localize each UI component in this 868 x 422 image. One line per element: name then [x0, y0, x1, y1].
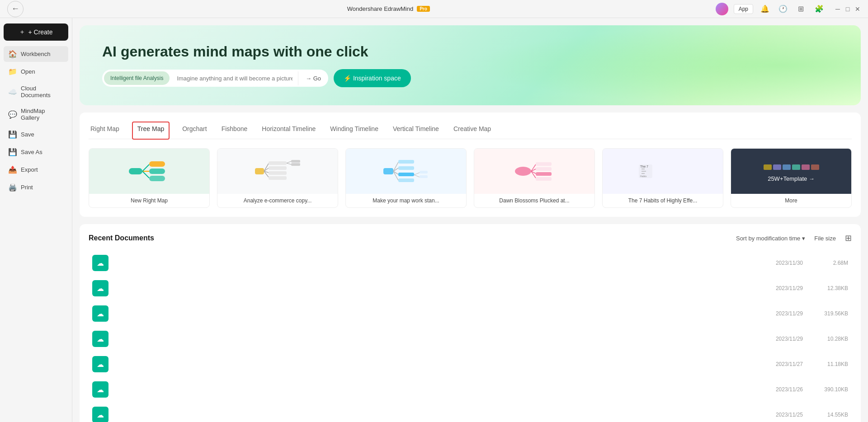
create-button[interactable]: ＋ + Create — [4, 23, 68, 41]
recent-header: Recent Documents Sort by modification ti… — [89, 233, 852, 243]
sort-label: Sort by modification time — [736, 235, 800, 242]
doc-row[interactable]: ☁ 2023/11/29 319.56KB — [89, 301, 852, 326]
doc-date-6: 2023/11/25 — [749, 412, 803, 418]
doc-list: ☁ 2023/11/30 2.68M ☁ 2023/11/29 12.38KB … — [89, 250, 852, 422]
app-button[interactable]: App — [734, 4, 753, 14]
notification-icon[interactable]: 🔔 — [759, 3, 771, 15]
sidebar-item-export[interactable]: 📤 Export — [4, 162, 68, 178]
card-workmap[interactable]: Make your map work stan... — [345, 148, 467, 208]
save-icon: 💾 — [8, 130, 17, 139]
card-img-7habits: The 7 Habits — [603, 149, 723, 194]
card-label-dawnblossoms: Dawn Blossoms Plucked at... — [474, 194, 594, 207]
close-button[interactable]: ✕ — [854, 6, 861, 12]
create-label: + Create — [28, 28, 52, 36]
card-7habits[interactable]: The 7 Habits The 7 Habits of Highly Effe… — [602, 148, 723, 208]
tab-rightmap[interactable]: Right Map — [89, 122, 121, 139]
sidebar-item-saveas[interactable]: 💾 Save As — [4, 144, 68, 160]
card-img-dawnblossoms — [474, 149, 594, 194]
card-label-7habits: The 7 Habits of Highly Effe... — [603, 194, 723, 207]
doc-date-1: 2023/11/29 — [749, 285, 803, 291]
analysis-tag[interactable]: Intelligent file Analysis — [104, 71, 170, 85]
hero-search-input[interactable] — [171, 71, 298, 85]
tab-fishbone[interactable]: Fishbone — [220, 122, 250, 139]
user-avatar[interactable] — [716, 3, 728, 15]
doc-icon-3: ☁ — [92, 331, 108, 347]
doc-size-3: 10.28KB — [803, 336, 848, 342]
back-button[interactable]: ← — [7, 1, 24, 17]
tab-creative[interactable]: Creative Map — [452, 122, 493, 139]
tab-treemap[interactable]: Tree Map — [132, 122, 170, 140]
more-card-content: 25W+Template → — [731, 149, 851, 194]
sidebar-label-open: Open — [21, 68, 35, 75]
doc-size-5: 390.10KB — [803, 386, 848, 393]
doc-row[interactable]: ☁ 2023/11/30 2.68M — [89, 250, 852, 276]
tab-htimeline[interactable]: Horizontal Timeline — [260, 122, 317, 139]
card-dawnblossoms[interactable]: Dawn Blossoms Plucked at... — [474, 148, 595, 208]
view-toggle[interactable]: ⊞ — [845, 233, 852, 243]
svg-rect-41 — [536, 177, 552, 181]
card-more[interactable]: 25W+Template → More — [731, 148, 852, 208]
title-bar-right: App 🔔 🕐 ⊞ 🧩 ─ □ ✕ — [716, 3, 861, 15]
sidebar-item-print[interactable]: 🖨️ Print — [4, 179, 68, 195]
export-icon: 📤 — [8, 165, 17, 174]
main-layout: ＋ + Create 🏠 Workbench 📁 Open ☁️ Cloud D… — [0, 18, 868, 422]
template-tabs: Right Map Tree Map Orgchart Fishbone Hor… — [89, 122, 852, 139]
svg-rect-15 — [269, 176, 287, 180]
workbench-icon: 🏠 — [8, 50, 17, 58]
sidebar-item-gallery[interactable]: 💬 MindMap Gallery — [4, 104, 68, 125]
tab-vtimeline[interactable]: Vertical Timeline — [391, 122, 441, 139]
hero-input-row: Intelligent file Analysis → Go ⚡ Inspira… — [102, 69, 838, 87]
svg-rect-12 — [269, 161, 287, 165]
doc-date-4: 2023/11/27 — [749, 361, 803, 367]
svg-line-3 — [142, 171, 149, 178]
sidebar: ＋ + Create 🏠 Workbench 📁 Open ☁️ Cloud D… — [0, 18, 72, 422]
doc-size-6: 14.55KB — [803, 412, 848, 418]
sidebar-label-export: Export — [21, 166, 38, 173]
sidebar-item-workbench[interactable]: 🏠 Workbench — [4, 46, 68, 62]
cloud-icon: ☁️ — [8, 88, 17, 96]
clock-icon[interactable]: 🕐 — [777, 3, 789, 15]
recent-section: Recent Documents Sort by modification ti… — [80, 224, 861, 422]
doc-row[interactable]: ☁ 2023/11/29 10.28KB — [89, 326, 852, 352]
doc-size-1: 12.38KB — [803, 285, 848, 291]
doc-date-3: 2023/11/29 — [749, 336, 803, 342]
doc-row[interactable]: ☁ 2023/11/25 14.55KB — [89, 402, 852, 422]
svg-line-17 — [287, 163, 291, 164]
inspiration-button[interactable]: ⚡ Inspiration space — [334, 69, 411, 87]
sort-chevron-icon: ▾ — [802, 235, 805, 242]
print-icon: 🖨️ — [8, 183, 17, 192]
doc-row[interactable]: ☁ 2023/11/27 11.18KB — [89, 352, 852, 377]
gallery-icon: 💬 — [8, 110, 17, 119]
doc-row[interactable]: ☁ 2023/11/26 390.10KB — [89, 377, 852, 402]
doc-row[interactable]: ☁ 2023/11/29 12.38KB — [89, 276, 852, 301]
sort-button[interactable]: Sort by modification time ▾ — [736, 235, 805, 242]
svg-rect-7 — [255, 168, 264, 174]
pro-badge: Pro — [417, 6, 430, 12]
card-newrightmap[interactable]: New Right Map — [89, 148, 210, 208]
sidebar-item-open[interactable]: 📁 Open — [4, 64, 68, 80]
title-bar-center: Wondershare EdrawMind Pro — [347, 5, 430, 12]
svg-rect-14 — [269, 171, 287, 175]
doc-size-4: 11.18KB — [803, 361, 848, 367]
maximize-button[interactable]: □ — [844, 6, 851, 12]
extensions-icon[interactable]: 🧩 — [813, 3, 826, 15]
card-label-workmap: Make your map work stan... — [346, 194, 466, 207]
sidebar-label-gallery: MindMap Gallery — [21, 108, 64, 121]
doc-date-2: 2023/11/29 — [749, 310, 803, 317]
template-section: Right Map Tree Map Orgchart Fishbone Hor… — [80, 113, 861, 217]
go-button[interactable]: → Go — [298, 71, 328, 85]
svg-rect-5 — [149, 169, 165, 174]
tab-orgchart[interactable]: Orgchart — [180, 122, 208, 139]
sidebar-item-cloud[interactable]: ☁️ Cloud Documents — [4, 81, 68, 102]
content-area: AI generates mind maps with one click In… — [72, 18, 868, 422]
svg-rect-0 — [129, 168, 142, 174]
svg-point-33 — [515, 167, 531, 176]
svg-line-16 — [287, 161, 291, 163]
sidebar-item-save[interactable]: 💾 Save — [4, 127, 68, 142]
svg-rect-25 — [398, 160, 414, 164]
minimize-button[interactable]: ─ — [835, 6, 841, 12]
tab-wtimeline[interactable]: Winding Timeline — [328, 122, 380, 139]
title-bar: ← Wondershare EdrawMind Pro App 🔔 🕐 ⊞ 🧩 … — [0, 0, 868, 18]
grid-icon[interactable]: ⊞ — [795, 3, 807, 15]
card-ecommerce[interactable]: Analyze e-commerce copy... — [217, 148, 338, 208]
